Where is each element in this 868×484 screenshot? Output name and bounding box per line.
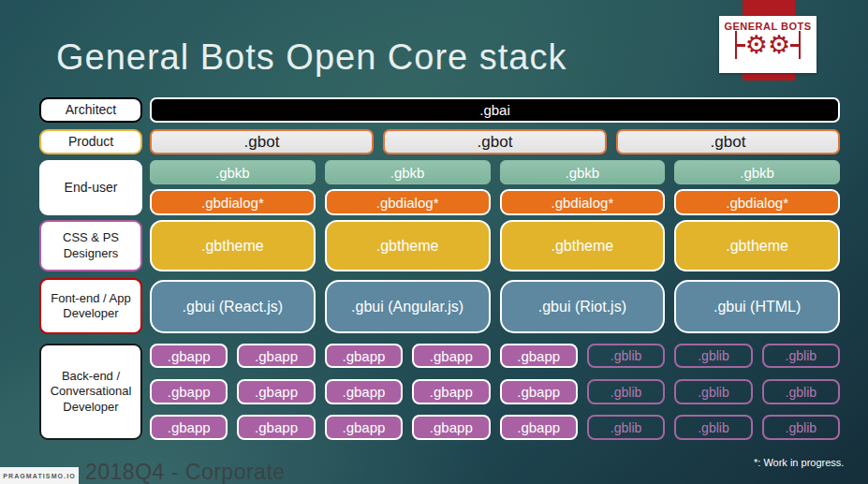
gblib-box: .gblib	[674, 379, 752, 404]
slide: General Bots Open Core stack GENERAL BOT…	[0, 0, 868, 484]
gblib-box: .gblib	[587, 415, 665, 440]
gbapp-box: .gbapp	[500, 379, 578, 404]
gear-end-bar	[799, 31, 801, 59]
gbtheme-box: .gbtheme	[150, 220, 316, 271]
gbapp-box: .gbapp	[500, 344, 578, 368]
role-label-css-ps-designers: CSS & PS Designers	[39, 220, 142, 271]
gblib-box: .gblib	[674, 415, 752, 440]
gbapp-box: .gbapp	[325, 415, 403, 440]
layer-gbkb-row: .gbkb .gbkb .gbkb .gbkb	[150, 160, 840, 184]
layer-gbui-row: .gbui (React.js) .gbui (Angular.js) .gbu…	[150, 280, 840, 333]
gbtheme-box: .gbtheme	[674, 220, 840, 271]
gbtheme-box: .gbtheme	[500, 220, 666, 271]
layer-gbot-row: .gbot .gbot .gbot	[150, 129, 840, 154]
gbot-box: .gbot	[150, 129, 374, 154]
gbapp-box: .gbapp	[150, 415, 228, 440]
gbapp-box: .gbapp	[237, 379, 315, 404]
gear-icon: ⚙	[745, 31, 768, 59]
gbdialog-box: .gbdialog*	[150, 189, 316, 215]
backend-row: .gbapp .gbapp .gbapp .gbapp .gbapp .gbli…	[150, 379, 840, 404]
gbot-box: .gbot	[616, 129, 840, 154]
page-title: General Bots Open Core stack	[56, 37, 566, 78]
layer-gbtheme-row: .gbtheme .gbtheme .gbtheme .gbtheme	[150, 220, 840, 271]
gbtheme-box: .gbtheme	[325, 220, 491, 271]
gbapp-box: .gbapp	[412, 415, 490, 440]
gear-axle	[790, 44, 799, 47]
gblib-box: .gblib	[762, 415, 840, 440]
gbkb-box: .gbkb	[500, 160, 666, 184]
gear-axle	[737, 44, 745, 47]
role-label-frontend-app-developer: Font-end / App Developer	[39, 278, 142, 334]
layer-gbai-row: .gbai	[150, 97, 840, 123]
general-bots-logo: GENERAL BOTS ⚙ ⚙	[719, 16, 817, 73]
gblib-box: .gblib	[587, 344, 665, 368]
gbdialog-box: .gbdialog*	[674, 189, 840, 215]
gblib-box: .gblib	[762, 344, 840, 368]
gbot-box: .gbot	[383, 129, 607, 154]
gears-icon: ⚙ ⚙	[735, 31, 801, 59]
gbdialog-box: .gbdialog*	[325, 189, 491, 215]
gbkb-box: .gbkb	[150, 160, 316, 184]
gblib-box: .gblib	[762, 379, 840, 404]
work-in-progress-note: *: Work in progress.	[754, 457, 844, 468]
gbui-riot-box: .gbui (Riot.js)	[500, 280, 666, 333]
role-label-architect: Architect	[39, 97, 142, 123]
pragmatismo-brand-box: PRAGMATISMO.IO	[0, 467, 79, 484]
gbapp-box: .gbapp	[412, 379, 490, 404]
gbapp-box: .gbapp	[412, 344, 490, 368]
gbapp-box: .gbapp	[237, 344, 315, 368]
gbapp-box: .gbapp	[325, 379, 403, 404]
gbui-html-box: .gbui (HTML)	[674, 280, 840, 333]
backend-row: .gbapp .gbapp .gbapp .gbapp .gbapp .gbli…	[150, 344, 840, 368]
layer-gbdialog-row: .gbdialog* .gbdialog* .gbdialog* .gbdial…	[150, 189, 840, 215]
pragmatismo-brand-label: PRAGMATISMO.IO	[3, 473, 76, 479]
gbapp-box: .gbapp	[325, 344, 403, 368]
role-label-end-user: End-user	[39, 160, 142, 215]
gbdialog-box: .gbdialog*	[500, 189, 666, 215]
gbapp-box: .gbapp	[150, 379, 228, 404]
gbai-box: .gbai	[150, 97, 840, 123]
gbui-angular-box: .gbui (Angular.js)	[325, 280, 491, 333]
gbapp-box: .gbapp	[237, 415, 315, 440]
gbui-react-box: .gbui (React.js)	[150, 280, 316, 333]
gbapp-box: .gbapp	[500, 415, 578, 440]
slide-footer-label: 2018Q4 - Corporate	[85, 460, 286, 484]
gbkb-box: .gbkb	[674, 160, 840, 184]
gblib-box: .gblib	[674, 344, 752, 368]
backend-row: .gbapp .gbapp .gbapp .gbapp .gbapp .gbli…	[150, 415, 840, 440]
gbkb-box: .gbkb	[325, 160, 491, 184]
role-label-product: Product	[39, 129, 142, 154]
role-label-backend-conversational-developer: Back-end / Conversational Developer	[39, 344, 142, 440]
gbapp-box: .gbapp	[150, 344, 228, 368]
gear-icon: ⚙	[768, 31, 790, 59]
gblib-box: .gblib	[587, 379, 665, 404]
